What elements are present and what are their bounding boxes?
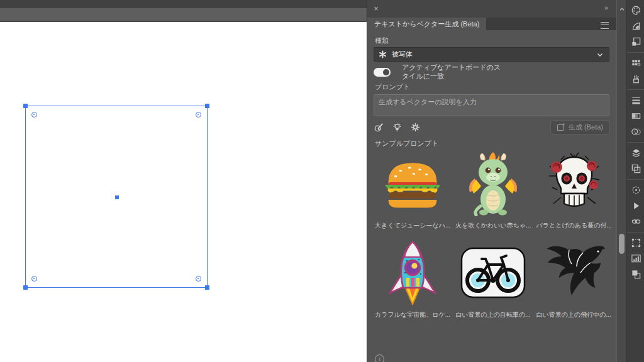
corner-radius-widget-bottom-left[interactable]	[31, 276, 37, 282]
panel-menu-icon[interactable]	[601, 22, 609, 29]
corner-radius-widget-top-left[interactable]	[31, 112, 37, 118]
close-icon[interactable]: ×	[372, 4, 380, 13]
sample-item-bicycle[interactable]: 白い背景の上の自転車の...	[455, 239, 531, 319]
canvas-top-bar	[0, 0, 367, 8]
sample-thumb-bicycle[interactable]	[455, 239, 531, 307]
type-label: 種類	[375, 36, 389, 45]
swatches-icon[interactable]	[627, 55, 644, 71]
corner-radius-widget-top-right[interactable]	[196, 112, 201, 118]
selection-handle-bottom-left[interactable]	[23, 285, 28, 290]
match-artboard-style-toggle[interactable]	[374, 68, 391, 77]
toolbar-group	[627, 232, 644, 285]
sample-caption: 大きくてジューシーなハ...	[375, 221, 450, 230]
sample-thumb-skull-roses[interactable]	[536, 150, 611, 217]
selected-rectangle[interactable]	[25, 106, 208, 288]
panel-icon-toolbar	[626, 0, 644, 362]
actions-icon[interactable]	[627, 198, 644, 214]
symbols-icon[interactable]	[627, 34, 644, 50]
layers-icon[interactable]	[627, 145, 644, 161]
selection-handle-bottom-right[interactable]	[205, 285, 209, 290]
color-guide-icon[interactable]	[627, 18, 644, 34]
stroke-icon[interactable]	[627, 92, 644, 108]
sample-caption: バラととげのある蔓の付...	[536, 221, 611, 230]
settings-gear-icon[interactable]	[410, 122, 421, 133]
appearance-icon[interactable]	[627, 182, 644, 198]
toolbar-group	[627, 52, 644, 89]
toolbar-group	[627, 179, 644, 232]
toggle-knob	[383, 69, 389, 75]
sample-item-bird[interactable]: 白い背景の上の飛行中の...	[536, 239, 611, 319]
chart-icon[interactable]	[627, 251, 644, 266]
links-icon[interactable]	[627, 214, 644, 229]
toolbar-group	[627, 142, 644, 179]
selection-handle-top-left[interactable]	[23, 104, 28, 108]
sample-prompts-label: サンプルプロンプト	[375, 139, 438, 148]
sample-caption: 火を吹くかわいい赤ちゃ...	[455, 221, 531, 230]
sample-item-skull-roses[interactable]: バラととげのある蔓の付...	[536, 150, 611, 230]
match-artboard-style-label: アクティブなアートボードのス タイルに一致	[402, 63, 501, 80]
generate-icon	[557, 123, 565, 131]
prompt-ideas-lightbulb-icon[interactable]	[392, 122, 402, 133]
prompt-input[interactable]	[374, 94, 609, 116]
gradient-icon[interactable]	[627, 108, 644, 124]
sample-item-hamburger[interactable]: 大きくてジューシーなハ...	[375, 150, 450, 230]
tab-text-to-vector[interactable]: テキストからベクター生成 (Beta)	[367, 18, 486, 30]
sample-item-rocket[interactable]: カラフルな宇宙船、ロケ...	[375, 239, 450, 319]
panel-scrollbar[interactable]	[616, 0, 626, 362]
info-icon[interactable]: i	[375, 354, 384, 362]
collapse-dock-icon[interactable]: »	[604, 4, 608, 11]
style-picker-icon[interactable]	[374, 122, 384, 133]
sample-thumb-baby-dragon[interactable]	[455, 150, 531, 217]
subject-type-icon	[379, 50, 387, 58]
selection-center-point[interactable]	[115, 195, 119, 199]
sample-thumb-hamburger[interactable]	[375, 150, 450, 217]
transform-icon[interactable]	[627, 235, 644, 251]
chevron-down-icon	[596, 51, 604, 58]
scrollbar-thumb[interactable]	[619, 234, 625, 254]
canvas-secondary-bar	[0, 8, 367, 22]
corner-radius-widget-bottom-right[interactable]	[196, 276, 201, 282]
sample-thumb-bird[interactable]	[536, 239, 611, 307]
artboard-canvas[interactable]	[0, 0, 367, 362]
toolbar-group	[627, 89, 644, 142]
sample-caption: カラフルな宇宙船、ロケ...	[375, 310, 450, 319]
panel-dock-header: × »	[367, 0, 616, 18]
toolbar-group	[627, 0, 644, 52]
scroll-up-icon[interactable]	[619, 6, 625, 13]
color-palette-icon[interactable]	[627, 3, 644, 18]
generate-button[interactable]: 生成 (Beta)	[550, 120, 609, 134]
text-to-vector-panel: × » テキストからベクター生成 (Beta) 種類 被写体 アクティブなアート…	[367, 0, 616, 362]
sample-thumb-rocket[interactable]	[375, 239, 450, 307]
sample-item-baby-dragon[interactable]: 火を吹くかわいい赤ちゃ...	[455, 150, 531, 230]
transparency-icon[interactable]	[627, 124, 644, 140]
pathfinder-icon[interactable]	[627, 266, 644, 282]
sample-caption: 白い背景の上の飛行中の...	[536, 310, 611, 319]
sample-caption: 白い背景の上の自転車の...	[455, 310, 531, 319]
panel-tab-bar: テキストからベクター生成 (Beta)	[367, 18, 616, 30]
selection-handle-top-right[interactable]	[205, 104, 209, 108]
prompt-label: プロンプト	[375, 82, 410, 92]
brushes-icon[interactable]	[627, 71, 644, 87]
type-dropdown[interactable]: 被写体	[374, 47, 609, 62]
sample-prompts-grid: 大きくてジューシーなハ...	[375, 150, 609, 319]
type-dropdown-value: 被写体	[392, 50, 413, 59]
artboards-icon[interactable]	[627, 161, 644, 177]
